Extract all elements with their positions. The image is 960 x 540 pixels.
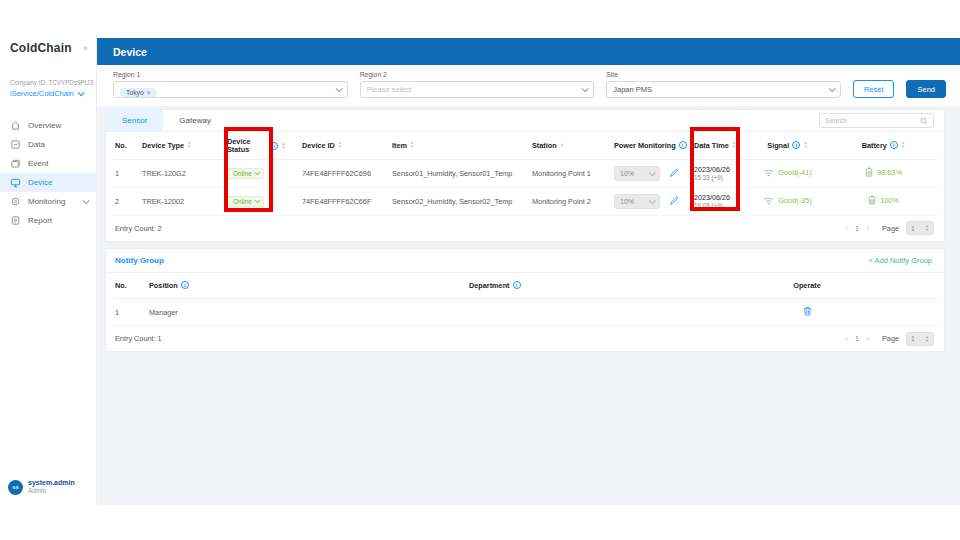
avatar: sa bbox=[8, 480, 23, 495]
notify-group-title: Notify Group bbox=[115, 256, 164, 265]
region2-placeholder: Please select bbox=[367, 85, 579, 94]
power-select[interactable]: 10% bbox=[614, 194, 660, 209]
col-no: No. bbox=[113, 273, 147, 299]
info-icon[interactable]: i bbox=[679, 141, 687, 149]
sidebar-item-label: Monitoring bbox=[28, 197, 65, 206]
stepper-icon[interactable]: ▲▼ bbox=[925, 335, 929, 342]
prev-page-button[interactable]: ‹ bbox=[845, 334, 848, 344]
page-input[interactable]: 1▲▼ bbox=[906, 332, 934, 346]
sort-icon[interactable]: ▲▼ bbox=[732, 141, 737, 149]
sidebar-item-label: Data bbox=[28, 140, 45, 149]
prev-page-button[interactable]: ‹ bbox=[845, 223, 848, 233]
sort-icon[interactable]: ▲▼ bbox=[338, 141, 343, 149]
report-icon bbox=[10, 215, 21, 226]
sidebar-item-event[interactable]: Event bbox=[0, 154, 96, 173]
cell-device-status: Online bbox=[225, 159, 300, 187]
sort-icon[interactable]: ▲ bbox=[560, 143, 565, 147]
chevron-down-icon bbox=[255, 170, 260, 175]
page-input[interactable]: 1▲▼ bbox=[906, 221, 934, 235]
next-page-button[interactable]: › bbox=[866, 223, 869, 233]
status-badge[interactable]: Online bbox=[227, 168, 264, 179]
site-value: Japan PMS bbox=[613, 85, 825, 94]
col-position: Positioni bbox=[147, 273, 467, 299]
info-icon[interactable]: i bbox=[270, 142, 278, 150]
page-number[interactable]: 1 bbox=[855, 334, 859, 343]
notify-group-header: Notify Group + Add Notify Group bbox=[106, 249, 944, 273]
wifi-icon bbox=[763, 168, 774, 177]
page-label: Page bbox=[882, 334, 899, 343]
region1-tag: Tokyo × bbox=[120, 88, 157, 97]
event-icon bbox=[10, 158, 21, 169]
delete-icon[interactable] bbox=[803, 306, 812, 316]
sort-icon[interactable]: ▲▼ bbox=[803, 141, 808, 149]
info-icon[interactable]: i bbox=[792, 141, 800, 149]
info-icon[interactable]: i bbox=[181, 281, 189, 289]
user-name: system.admin bbox=[28, 479, 75, 487]
page: ColdChain « Company ID: TCVYPDs9PtJ3 iSe… bbox=[0, 0, 960, 540]
sort-icon[interactable]: ▲▼ bbox=[410, 141, 415, 149]
tab-sensor[interactable]: Sensor bbox=[106, 110, 163, 131]
sidebar-item-monitoring[interactable]: Monitoring bbox=[0, 192, 96, 211]
sidebar-item-device[interactable]: Device bbox=[0, 173, 96, 192]
cell-device-type: TREK-12002 bbox=[140, 187, 225, 215]
workspace-label: iService/ColdChain bbox=[10, 89, 74, 98]
sidebar: ColdChain « Company ID: TCVYPDs9PtJ3 iSe… bbox=[0, 35, 97, 505]
info-icon[interactable]: i bbox=[513, 281, 521, 289]
power-select[interactable]: 10% bbox=[614, 166, 660, 181]
info-icon[interactable]: i bbox=[890, 141, 898, 149]
workspace-selector[interactable]: iService/ColdChain bbox=[0, 86, 96, 98]
notify-header-row: No. Positioni Departmenti Operate bbox=[113, 273, 937, 299]
region1-select[interactable]: Tokyo × bbox=[113, 81, 348, 98]
col-operate: Operate bbox=[747, 273, 867, 299]
sidebar-item-label: Device bbox=[28, 178, 52, 187]
tab-gateway[interactable]: Gateway bbox=[163, 110, 227, 131]
chevron-down-icon bbox=[829, 85, 836, 92]
next-page-button[interactable]: › bbox=[866, 334, 869, 344]
site-select[interactable]: Japan PMS bbox=[606, 81, 841, 98]
cell-device-status: Online bbox=[225, 187, 300, 215]
sort-icon[interactable]: ▲▼ bbox=[187, 141, 192, 149]
page-number[interactable]: 1 bbox=[855, 224, 859, 233]
chevron-down-icon bbox=[77, 89, 84, 96]
cell-data-time: 2023/06/26 16:08 (+9) bbox=[692, 187, 745, 215]
cell-no: 1 bbox=[113, 159, 140, 187]
col-no: No. bbox=[113, 132, 140, 159]
cell-position: Manager bbox=[147, 299, 467, 326]
sidebar-item-data[interactable]: Data bbox=[0, 135, 96, 154]
user-role: Admin bbox=[28, 487, 75, 495]
region2-select[interactable]: Please select bbox=[360, 81, 595, 98]
col-item: Item▲▼ bbox=[390, 132, 530, 159]
sensor-table: No. Device Type▲▼ Device Statusi▲▼ Devic… bbox=[113, 132, 937, 216]
reset-button[interactable]: Reset bbox=[853, 80, 895, 98]
search-input[interactable] bbox=[825, 117, 916, 124]
edit-icon[interactable] bbox=[669, 168, 679, 178]
col-device-id: Device ID▲▼ bbox=[300, 132, 390, 159]
search-icon bbox=[920, 117, 928, 125]
table-row: 1 Manager bbox=[113, 299, 937, 326]
search-box[interactable] bbox=[819, 113, 934, 128]
add-notify-group-button[interactable]: + Add Notify Group bbox=[868, 256, 932, 265]
sidebar-item-report[interactable]: Report bbox=[0, 211, 96, 230]
chevron-down-icon bbox=[83, 197, 90, 204]
region1-label: Region 1 bbox=[113, 71, 348, 78]
edit-icon[interactable] bbox=[669, 196, 679, 206]
user-profile[interactable]: sa system.admin Admin bbox=[0, 479, 96, 495]
cell-battery: 100% bbox=[830, 187, 937, 215]
sidebar-collapse-icon[interactable]: « bbox=[83, 43, 88, 53]
send-button[interactable]: Send bbox=[906, 80, 946, 98]
chevron-down-icon bbox=[255, 198, 260, 203]
status-badge[interactable]: Online bbox=[227, 196, 264, 207]
table-row: 2 TREK-12002 Online 74FE48FFFF62C66F Sen… bbox=[113, 187, 937, 215]
entry-count: Entry Count: 1 bbox=[115, 334, 162, 343]
sort-icon[interactable]: ▲▼ bbox=[901, 141, 906, 149]
sort-icon[interactable]: ▲▼ bbox=[281, 142, 286, 150]
remove-tag-icon[interactable]: × bbox=[147, 89, 151, 96]
cell-device-type: TREK-120G2 bbox=[140, 159, 225, 187]
page-title: Device bbox=[97, 38, 960, 65]
company-id: Company ID: TCVYPDs9PtJ3 bbox=[0, 57, 96, 86]
col-device-type: Device Type▲▼ bbox=[140, 132, 225, 159]
sidebar-item-overview[interactable]: Overview bbox=[0, 116, 96, 135]
cell-battery: 98.63% bbox=[830, 159, 937, 187]
stepper-icon[interactable]: ▲▼ bbox=[925, 224, 929, 231]
pagination: ‹ 1 › Page 1▲▼ bbox=[845, 332, 934, 346]
